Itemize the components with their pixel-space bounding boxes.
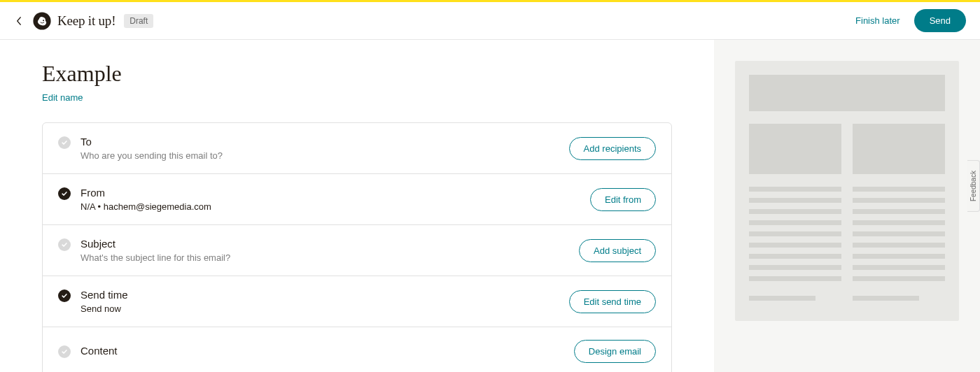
page-title: Example [42, 61, 672, 87]
preview-text-line [749, 198, 841, 203]
section-sendtime-left: Send time Send now [58, 289, 128, 314]
section-content-text: Content [80, 345, 118, 357]
section-subject: Subject What's the subject line for this… [43, 225, 671, 276]
preview-text-line [749, 276, 841, 281]
section-sendtime-title: Send time [80, 289, 128, 301]
section-subject-title: Subject [80, 238, 230, 250]
template-preview[interactable] [735, 61, 959, 321]
section-to-left: To Who are you sending this email to? [58, 136, 223, 161]
preview-text-line [853, 265, 945, 270]
section-from-text: From N/A • hachem@siegemedia.com [80, 187, 211, 212]
preview-text-line [749, 243, 841, 248]
brand-title: Keep it up! [57, 13, 115, 29]
section-to-text: To Who are you sending this email to? [80, 136, 223, 161]
preview-text-line [749, 220, 841, 225]
mailchimp-logo-icon [32, 11, 52, 31]
section-subject-sub: What's the subject line for this email? [80, 252, 230, 263]
preview-text-line [853, 198, 945, 203]
preview-text-line [853, 187, 945, 192]
finish-later-link[interactable]: Finish later [855, 15, 900, 26]
preview-text-line [853, 243, 945, 248]
header: Keep it up! Draft Finish later Send [0, 2, 980, 40]
section-from-sub: N/A • hachem@siegemedia.com [80, 201, 211, 212]
check-circle-icon [58, 289, 71, 302]
section-content-left: Content [58, 345, 118, 358]
brand-area: Keep it up! [32, 11, 115, 31]
header-right: Finish later Send [855, 9, 966, 32]
section-content-title: Content [80, 345, 118, 357]
section-to-sub: Who are you sending this email to? [80, 150, 223, 161]
content-column: Example Edit name To Who are you sending… [0, 40, 714, 372]
preview-text-line [749, 254, 841, 259]
section-from-left: From N/A • hachem@siegemedia.com [58, 187, 211, 212]
check-circle-icon [58, 238, 71, 251]
preview-text-line [853, 231, 945, 236]
campaign-sections: To Who are you sending this email to? Ad… [42, 122, 672, 372]
add-subject-button[interactable]: Add subject [579, 239, 656, 262]
section-content: Content Design email Design the Content … [43, 327, 671, 372]
section-to: To Who are you sending this email to? Ad… [43, 123, 671, 174]
back-icon[interactable] [14, 16, 24, 26]
design-email-button[interactable]: Design email [574, 340, 656, 363]
section-subject-text: Subject What's the subject line for this… [80, 238, 230, 263]
section-sendtime-text: Send time Send now [80, 289, 128, 314]
section-content-inner: Content Design email [58, 340, 656, 363]
preview-text-line [853, 254, 945, 259]
preview-column [714, 40, 980, 372]
edit-from-button[interactable]: Edit from [590, 188, 656, 211]
preview-image-block [749, 124, 841, 174]
add-recipients-button[interactable]: Add recipients [569, 137, 656, 160]
section-sendtime-sub: Send now [80, 303, 128, 314]
edit-name-link[interactable]: Edit name [42, 92, 83, 103]
section-from: From N/A • hachem@siegemedia.com Edit fr… [43, 174, 671, 225]
draft-badge: Draft [124, 14, 153, 28]
send-button[interactable]: Send [914, 9, 966, 32]
check-circle-icon [58, 345, 71, 358]
preview-col-right [853, 124, 945, 307]
preview-columns [749, 124, 945, 307]
edit-sendtime-button[interactable]: Edit send time [569, 290, 656, 313]
preview-text-line [749, 187, 841, 192]
preview-text-line [749, 231, 841, 236]
main: Example Edit name To Who are you sending… [0, 40, 980, 372]
preview-text-line [853, 296, 919, 301]
preview-text-line [853, 209, 945, 214]
preview-text-line [853, 276, 945, 281]
header-left: Keep it up! Draft [14, 11, 153, 31]
preview-col-left [749, 124, 841, 307]
preview-text-line [749, 296, 816, 301]
feedback-tab[interactable]: Feedback [967, 160, 980, 212]
preview-hero-block [749, 75, 945, 111]
preview-image-block [853, 124, 945, 174]
preview-text-line [853, 220, 945, 225]
check-circle-icon [58, 187, 71, 200]
svg-point-1 [43, 20, 44, 21]
section-to-title: To [80, 136, 223, 148]
check-circle-icon [58, 136, 71, 149]
preview-text-line [749, 209, 841, 214]
preview-text-line [749, 265, 841, 270]
section-subject-left: Subject What's the subject line for this… [58, 238, 230, 263]
section-sendtime: Send time Send now Edit send time [43, 276, 671, 327]
section-from-title: From [80, 187, 211, 199]
